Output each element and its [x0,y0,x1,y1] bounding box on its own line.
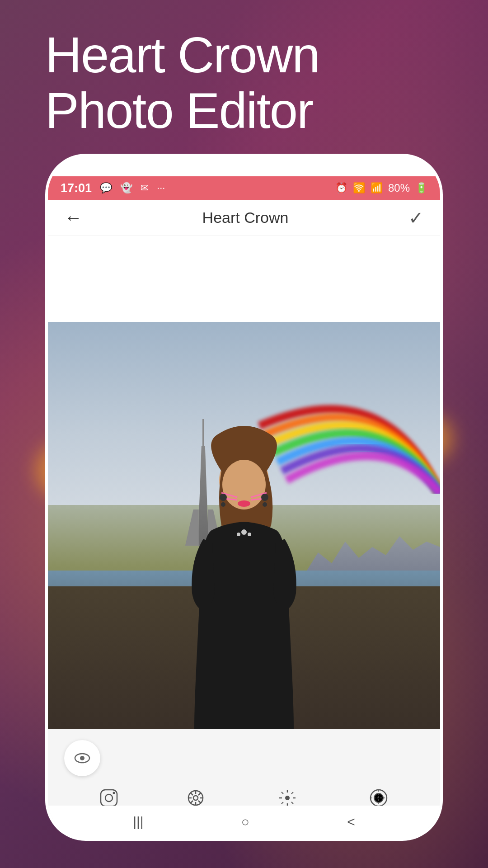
preview-eye-button[interactable] [64,740,100,776]
svg-point-37 [285,796,290,800]
svg-point-13 [263,502,267,507]
app-toolbar: ← Heart Crown ✓ [48,200,440,236]
svg-line-25 [191,793,193,795]
sticker-icon [277,788,297,808]
svg-point-18 [113,792,115,794]
status-left: 17:01 💬 👻 ✉ ··· [61,181,165,195]
svg-line-28 [191,801,193,803]
messenger-icon: 💬 [100,182,112,194]
svg-point-11 [261,494,268,501]
svg-point-9 [248,533,251,536]
instagram-icon [99,788,119,808]
system-navigation: ||| ○ < [48,806,440,838]
phone-frame: 17:01 💬 👻 ✉ ··· ⏰ 🛜 📶 80% 🔋 ← Heart Crow… [45,154,443,841]
svg-line-27 [198,793,201,795]
svg-point-10 [220,494,227,501]
svg-line-33 [282,792,283,794]
tools-icon [186,788,206,808]
confirm-button[interactable]: ✓ [408,208,424,228]
alarm-icon: ⏰ [335,182,347,194]
svg-line-34 [291,802,293,804]
phone-speaker [199,165,289,168]
battery-text: 80% [388,182,410,194]
email-icon: ✉ [141,182,149,194]
svg-point-20 [193,796,198,800]
svg-point-8 [237,533,240,536]
app-title: Heart Crown Photo Editor [45,27,443,138]
svg-point-17 [105,794,113,802]
more-icon: ··· [157,182,165,194]
back-button[interactable]: ← [64,208,82,228]
svg-point-12 [221,502,225,507]
back-system-button[interactable]: < [347,814,355,830]
eye-icon [73,749,91,767]
white-space-area [48,236,440,322]
status-bar: 17:01 💬 👻 ✉ ··· ⏰ 🛜 📶 80% 🔋 [48,176,440,200]
svg-line-36 [282,802,283,804]
home-button[interactable]: ○ [241,814,249,830]
ghost-icon: 👻 [120,182,132,194]
status-time: 17:01 [61,181,92,195]
wifi-icon: 🛜 [353,182,365,194]
svg-line-35 [291,792,293,794]
svg-point-15 [80,756,84,760]
filter-icon [369,788,389,808]
photo-background [48,322,440,729]
svg-line-26 [198,801,201,803]
photo-area[interactable] [48,322,440,729]
battery-icon: 🔋 [415,182,427,194]
toolbar-title: Heart Crown [202,209,289,226]
recents-button[interactable]: ||| [133,814,143,830]
svg-point-7 [241,529,247,535]
person-figure [158,390,330,729]
signal-icon: 📶 [371,182,383,194]
status-right: ⏰ 🛜 📶 80% 🔋 [335,182,427,194]
svg-point-6 [238,500,250,507]
